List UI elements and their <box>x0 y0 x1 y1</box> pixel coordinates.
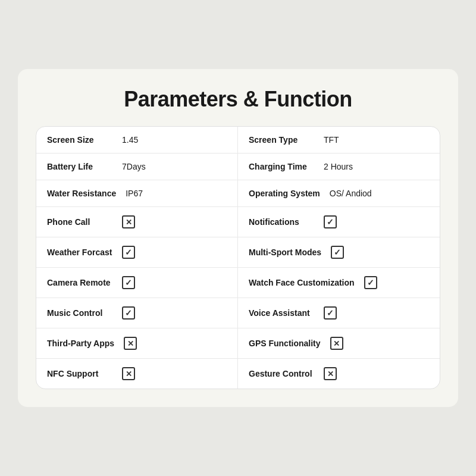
params-table: Screen Size1.45Screen TypeTFTBattery Lif… <box>36 126 440 389</box>
right-checkbox-6 <box>324 306 337 320</box>
left-label-3: Phone Call <box>47 217 112 227</box>
table-row: NFC SupportGesture Control <box>36 359 440 389</box>
cell-right-4: Multi-Sport Modes <box>238 237 440 267</box>
cell-left-8: NFC Support <box>36 359 238 389</box>
cell-left-0: Screen Size1.45 <box>36 127 238 153</box>
left-label-1: Battery Life <box>47 162 112 171</box>
right-label-0: Screen Type <box>249 135 314 145</box>
cell-right-6: Voice Assistant <box>238 298 440 328</box>
cell-left-7: Third-Party Apps <box>36 328 238 358</box>
left-checkbox-4 <box>122 246 135 259</box>
table-row: Third-Party AppsGPS Functionality <box>36 328 440 359</box>
table-row: Phone CallNotifications <box>36 207 440 237</box>
right-label-6: Voice Assistant <box>249 308 314 318</box>
cell-left-5: Camera Remote <box>36 268 238 298</box>
left-value-1: 7Days <box>122 162 146 171</box>
left-label-0: Screen Size <box>47 135 112 145</box>
cell-right-3: Notifications <box>238 207 440 237</box>
table-row: Screen Size1.45Screen TypeTFT <box>36 127 440 154</box>
right-label-3: Notifications <box>249 217 314 227</box>
left-checkbox-5 <box>122 276 135 289</box>
cell-right-5: Watch Face Customization <box>238 268 440 298</box>
right-value-0: TFT <box>324 135 339 145</box>
left-label-8: NFC Support <box>47 369 112 378</box>
cell-left-3: Phone Call <box>36 207 238 237</box>
right-label-1: Charging Time <box>249 162 314 171</box>
cell-left-4: Weather Forcast <box>36 237 238 267</box>
cell-left-1: Battery Life7Days <box>36 154 238 180</box>
cell-left-6: Music Control <box>36 298 238 328</box>
right-value-1: 2 Hours <box>324 162 353 171</box>
cell-left-2: Water ResistanceIP67 <box>36 180 238 206</box>
right-label-4: Multi-Sport Modes <box>249 248 321 257</box>
right-checkbox-4 <box>331 246 344 259</box>
left-label-6: Music Control <box>47 308 112 318</box>
right-label-5: Watch Face Customization <box>249 278 355 287</box>
page-title: Parameters & Function <box>36 87 440 112</box>
right-checkbox-8 <box>324 367 337 380</box>
right-value-2: OS/ Andiod <box>330 189 372 198</box>
left-checkbox-3 <box>122 215 135 228</box>
left-label-4: Weather Forcast <box>47 248 112 257</box>
right-label-8: Gesture Control <box>249 369 314 378</box>
cell-right-8: Gesture Control <box>238 359 440 389</box>
left-checkbox-8 <box>122 367 135 380</box>
right-label-2: Operating System <box>249 189 320 198</box>
cell-right-1: Charging Time2 Hours <box>238 154 440 180</box>
table-row: Water ResistanceIP67Operating SystemOS/ … <box>36 180 440 207</box>
left-checkbox-6 <box>122 306 135 320</box>
table-row: Battery Life7DaysCharging Time2 Hours <box>36 154 440 180</box>
cell-right-0: Screen TypeTFT <box>238 127 440 153</box>
cell-right-7: GPS Functionality <box>238 328 440 358</box>
left-value-0: 1.45 <box>122 135 138 145</box>
left-checkbox-7 <box>124 337 137 350</box>
left-label-5: Camera Remote <box>47 278 112 287</box>
right-checkbox-7 <box>330 337 343 350</box>
table-row: Weather ForcastMulti-Sport Modes <box>36 237 440 268</box>
left-label-2: Water Resistance <box>47 189 116 198</box>
table-row: Music ControlVoice Assistant <box>36 298 440 328</box>
cell-right-2: Operating SystemOS/ Andiod <box>238 180 440 206</box>
table-row: Camera RemoteWatch Face Customization <box>36 268 440 298</box>
main-container: Parameters & Function Screen Size1.45Scr… <box>18 69 458 407</box>
left-value-2: IP67 <box>126 189 143 198</box>
right-checkbox-5 <box>364 276 377 289</box>
left-label-7: Third-Party Apps <box>47 339 114 348</box>
right-checkbox-3 <box>324 215 337 228</box>
right-label-7: GPS Functionality <box>249 339 321 348</box>
